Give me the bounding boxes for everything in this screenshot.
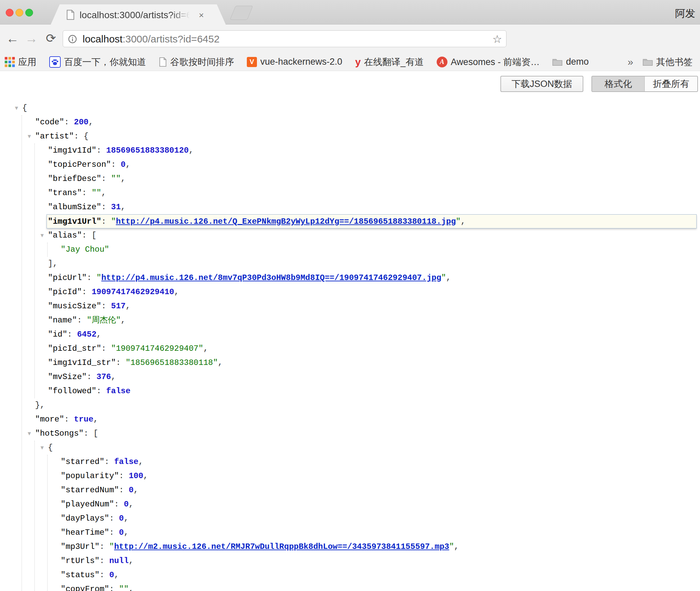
bookmarks-bar: 应用 百度一下，你就知道 谷歌按时间排序 V vue-hackernews-2.… [0,53,700,71]
json-line: "name": "周杰伦", [0,313,700,328]
format-button[interactable]: 格式化 [592,76,645,91]
folder-icon [552,58,562,66]
bookmark-label: Awesomes - 前端资… [451,56,540,68]
collapse-toggle-icon[interactable]: ▼ [25,427,34,441]
bookmark-vue-hackernews[interactable]: V vue-hackernews-2.0 [247,57,342,67]
new-tab-button[interactable] [230,6,253,20]
json-link[interactable]: http://p4.music.126.net/8mv7qP30Pd3oHW8b… [101,273,441,282]
url-text[interactable]: localhost:3000/artists?id=6452 [83,33,220,45]
bookmark-star-icon[interactable]: ☆ [492,33,502,45]
json-punct: }, [35,401,45,410]
json-punct: : [109,514,119,523]
json-punct: : [101,174,111,183]
json-punct: : [82,231,92,240]
json-line: ], [0,257,700,271]
json-string: " [109,542,114,551]
json-line: ▼"artist": { [0,129,700,144]
json-punct: : [101,302,111,311]
json-line: "starred": false, [0,455,700,469]
json-value: true [74,415,93,424]
json-line: "mvSize": 376, [0,370,700,384]
vue-icon: V [247,57,257,67]
minimize-window-button[interactable] [16,9,23,17]
json-key: "picUrl" [48,273,87,282]
collapse-all-button[interactable]: 折叠所有 [645,76,697,91]
back-button[interactable]: ← [5,31,20,46]
json-punct: , [96,330,101,339]
json-key: "trans" [48,188,82,197]
json-punct: { [22,103,27,113]
bookmark-awesomes[interactable]: A Awesomes - 前端资… [437,56,540,68]
url-path: :3000/artists?id=6452 [122,33,220,44]
json-key: "picId_str" [48,344,101,353]
json-punct: : [99,556,109,565]
json-punct: , [125,160,130,169]
json-punct: : [111,160,121,169]
json-punct: : [82,188,92,197]
json-link[interactable]: http://m2.music.126.net/RMJR7wDullRqppBk… [114,542,449,551]
profile-name[interactable]: 阿发 [675,7,695,21]
json-string: "19097417462929407" [111,344,203,353]
json-line: "hearTime": 0, [0,526,700,540]
json-key: "id" [48,330,67,339]
json-key: "name" [48,316,77,325]
json-punct: : [82,287,92,297]
json-line: "picUrl": "http://p4.music.126.net/8mv7q… [0,271,700,285]
json-punct: : [77,316,87,325]
forward-button[interactable]: → [24,31,39,46]
browser-tab[interactable]: localhost:3000/artists?id=645 × [51,4,226,25]
json-punct: , [101,188,106,197]
json-key: "alias" [48,231,82,240]
json-line: "status": 0, [0,568,700,582]
json-punct: , [218,358,223,367]
bookmark-apps[interactable]: 应用 [5,56,36,68]
json-punct: , [454,542,459,551]
bookmark-folder-demo[interactable]: demo [552,57,589,67]
json-punct: : [114,500,124,509]
bookmark-baidu[interactable]: 百度一下，你就知道 [49,56,146,68]
json-value: 200 [74,118,88,127]
json-link[interactable]: http://p4.music.126.net/Q_ExePNkmgB2yWyL… [116,217,456,226]
other-bookmarks-folder[interactable]: 其他书签 [643,56,693,68]
json-string: " [456,217,461,226]
json-punct: , [129,556,134,565]
json-punct: , [143,471,148,480]
bookmarks-overflow-button[interactable]: » [628,56,633,68]
collapse-toggle-icon[interactable]: ▼ [38,228,47,243]
tab-close-icon[interactable]: × [196,10,206,21]
json-line: ▼"alias": [ [0,228,700,243]
json-string: "" [92,188,101,197]
json-punct: : [64,118,74,127]
close-window-button[interactable] [6,9,13,17]
json-line: "starredNum": 0, [0,483,700,497]
json-punct: [ [93,429,98,438]
bookmark-google-sort[interactable]: 谷歌按时间排序 [159,56,234,68]
collapse-toggle-icon[interactable]: ▼ [12,101,21,115]
baidu-paw-icon [49,56,61,68]
json-value: 18569651883380120 [106,146,189,155]
address-bar[interactable]: localhost:3000/artists?id=6452 ☆ [63,30,506,47]
collapse-toggle-icon[interactable]: ▼ [25,129,34,144]
json-punct: : [109,528,119,537]
json-key: "starredNum" [61,486,119,495]
json-punct: : [64,415,74,424]
json-string: " [96,273,101,282]
json-punct: : [99,570,109,580]
json-string: " [449,542,454,551]
json-punct: , [88,118,93,127]
bookmark-label: 百度一下，你就知道 [64,56,146,68]
reload-button[interactable]: ⟳ [43,31,59,46]
json-punct: , [174,287,179,297]
site-info-icon[interactable] [68,34,77,44]
zoom-window-button[interactable] [25,9,33,17]
json-key: "mvSize" [48,372,87,381]
apps-grid-icon [5,57,15,67]
bookmark-youdao-translate[interactable]: y 在线翻译_有道 [355,56,424,68]
json-line: "more": true, [0,412,700,427]
collapse-toggle-icon[interactable]: ▼ [38,441,47,455]
json-punct: { [48,443,53,452]
download-json-button[interactable]: 下载JSON数据 [500,76,583,92]
json-punct: , [111,372,116,381]
json-punct: [ [92,231,96,240]
json-key: "musicSize" [48,302,101,311]
